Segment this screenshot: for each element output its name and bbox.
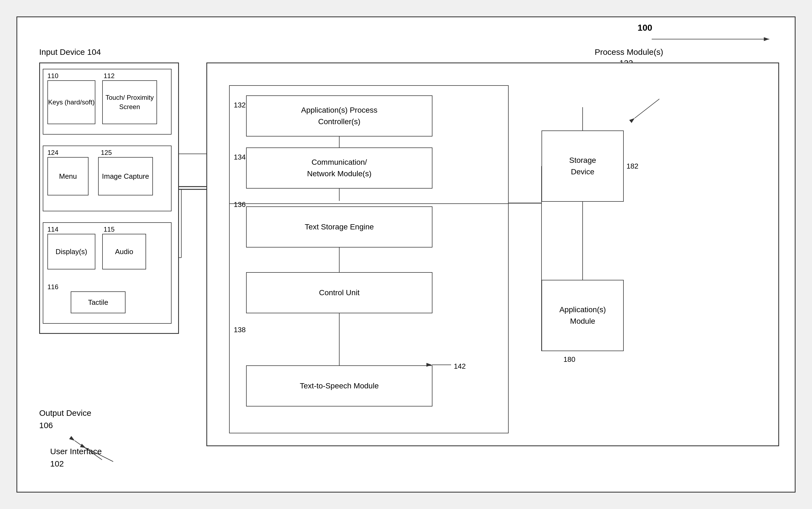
keys-box: Keys (hard/soft): [47, 80, 95, 124]
image-ref: 125: [101, 149, 112, 157]
storage-device-box: Storage Device: [541, 131, 624, 202]
process-module-label: Process Module(s): [595, 47, 663, 57]
image-box: Image Capture: [98, 157, 153, 196]
touch-ref: 112: [104, 72, 114, 80]
input-device-label: Input Device 104: [39, 47, 101, 57]
ref-136: 136: [234, 200, 246, 209]
inner-process-box: 132 Application(s) Process Controller(s)…: [229, 85, 508, 433]
tts-box: Text-to-Speech Module: [246, 365, 432, 406]
input-group-3: 114 115 Display(s) Audio 116 Tactile: [43, 222, 172, 324]
tactile-ref: 116: [47, 283, 58, 291]
diagram-container: 100 Input Device 104 110 112 Keys (hard/…: [16, 16, 796, 493]
display-ref: 114: [47, 226, 58, 233]
ref-180: 180: [563, 355, 575, 364]
display-box: Display(s): [47, 234, 95, 269]
keys-ref: 110: [47, 72, 58, 80]
ref-142: 142: [454, 362, 466, 371]
touch-box: Touch/ Proximity Screen: [102, 80, 157, 124]
ref-100: 100: [638, 23, 652, 33]
ref-138: 138: [234, 326, 246, 334]
ref-132: 132: [234, 101, 246, 109]
input-device-box: 110 112 Keys (hard/soft) Touch/ Proximit…: [39, 63, 179, 334]
user-interface-label: User Interface 102: [50, 445, 102, 470]
control-unit-box: Control Unit: [246, 272, 432, 313]
ref-134: 134: [234, 153, 246, 162]
process-module-box: 132 Application(s) Process Controller(s)…: [206, 63, 779, 446]
tactile-box: Tactile: [71, 292, 126, 313]
audio-ref: 115: [104, 226, 114, 233]
comm-box: Communication/ Network Module(s): [246, 147, 432, 189]
input-group-1: 110 112 Keys (hard/soft) Touch/ Proximit…: [43, 69, 172, 135]
app-controller-box: Application(s) Process Controller(s): [246, 95, 432, 136]
output-device-label: Output Device 106: [39, 407, 91, 432]
audio-box: Audio: [102, 234, 146, 269]
input-group-2: 124 125 Menu Image Capture: [43, 145, 172, 211]
menu-box: Menu: [47, 157, 89, 196]
ref-182: 182: [627, 162, 638, 170]
menu-ref: 124: [47, 149, 58, 157]
text-storage-box: Text Storage Engine: [246, 206, 432, 247]
svg-line-34: [635, 99, 659, 118]
app-module-box: Application(s) Module: [541, 280, 624, 351]
